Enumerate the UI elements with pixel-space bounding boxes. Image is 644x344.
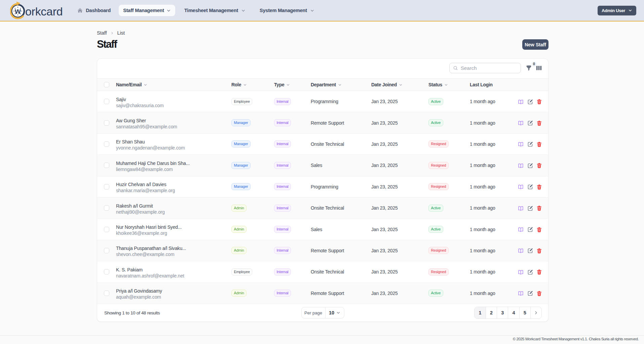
svg-text:w: w bbox=[14, 7, 21, 15]
